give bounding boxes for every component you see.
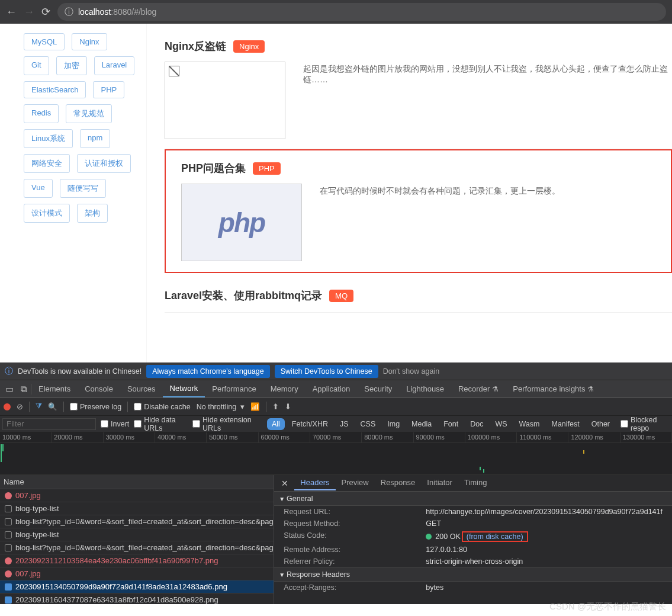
article[interactable]: Laravel安装、使用rabbitmq记录MQ — [165, 279, 672, 313]
hide-extension-urls-checkbox[interactable]: Hide extension URLs — [192, 416, 261, 432]
filter-type-all[interactable]: All — [267, 418, 285, 430]
tag-Redis[interactable]: Redis — [24, 104, 59, 123]
filter-type-css[interactable]: CSS — [356, 418, 381, 430]
timeline-tick: 10000 ms — [0, 432, 52, 442]
request-row[interactable]: 20230915134050799d9a90f72a9d141f8ade31a1… — [0, 580, 274, 593]
response-headers-section[interactable]: Response Headers — [274, 567, 672, 582]
timeline-tick: 80000 ms — [362, 432, 413, 442]
detail-tab-timing[interactable]: Timing — [458, 476, 493, 490]
referrer-policy-value: strict-origin-when-cross-origin — [426, 557, 663, 566]
record-button[interactable] — [4, 403, 11, 410]
article-tag[interactable]: PHP — [253, 162, 281, 175]
tag-PHP[interactable]: PHP — [93, 81, 124, 98]
request-row[interactable]: blog-type-list — [0, 502, 274, 515]
match-language-button[interactable]: Always match Chrome's language — [146, 365, 270, 378]
devtools-tab-sources[interactable]: Sources — [120, 380, 163, 397]
tag-常见规范[interactable]: 常见规范 — [66, 104, 112, 123]
tag-Nginx[interactable]: Nginx — [72, 33, 107, 50]
filter-type-other[interactable]: Other — [587, 418, 615, 430]
device-icon[interactable]: ⧉ — [17, 384, 31, 394]
inspect-icon[interactable]: ▭ — [2, 384, 17, 394]
filter-type-manifest[interactable]: Manifest — [547, 418, 584, 430]
tag-ElasticSearch[interactable]: ElasticSearch — [24, 81, 86, 98]
hide-data-urls-checkbox[interactable]: Hide data URLs — [134, 416, 188, 432]
filter-type-img[interactable]: Img — [382, 418, 404, 430]
import-icon[interactable]: ⬆ — [272, 402, 279, 411]
tag-网络安全[interactable]: 网络安全 — [24, 154, 70, 173]
devtools-tab-elements[interactable]: Elements — [31, 380, 78, 397]
tag-Laravel[interactable]: Laravel — [94, 56, 135, 75]
throttling-select[interactable]: No throttling ▾ — [197, 402, 245, 411]
devtools-tab-performance[interactable]: Performance — [205, 380, 263, 397]
request-row[interactable]: 007.jpg — [0, 489, 274, 502]
article[interactable]: Nginx反盗链Nginx起因是我想盗外链的图片放我的网站用，没想到别人不让我盗… — [165, 30, 672, 149]
preserve-log-checkbox[interactable]: Preserve log — [70, 403, 121, 411]
switch-chinese-button[interactable]: Switch DevTools to Chinese — [275, 365, 378, 378]
search-icon[interactable]: 🔍 — [48, 402, 57, 411]
accept-ranges-value: bytes — [426, 583, 663, 592]
remote-address-value: 127.0.0.1:80 — [426, 546, 663, 554]
request-row[interactable]: blog-list?type_id=0&word=&sort_filed=cre… — [0, 515, 274, 528]
filter-type-wasm[interactable]: Wasm — [515, 418, 545, 430]
close-detail-icon[interactable]: ✕ — [276, 479, 293, 488]
disable-cache-checkbox[interactable]: Disable cache — [134, 403, 191, 411]
status-icon — [5, 557, 12, 564]
tag-设计模式[interactable]: 设计模式 — [24, 204, 70, 223]
devtools-tab-security[interactable]: Security — [357, 380, 399, 397]
url-host: localhost — [78, 7, 111, 17]
filter-type-js[interactable]: JS — [335, 418, 353, 430]
column-header-name[interactable]: Name — [0, 475, 274, 489]
filter-type-media[interactable]: Media — [407, 418, 436, 430]
devtools-tab-recorder[interactable]: Recorder ⚗ — [451, 380, 506, 397]
filter-type-doc[interactable]: Doc — [465, 418, 488, 430]
detail-tab-preview[interactable]: Preview — [336, 476, 375, 490]
address-bar[interactable]: ⓘ localhost:8080/#/blog — [57, 3, 666, 21]
request-row[interactable]: blog-type-list — [0, 528, 274, 541]
clear-button[interactable]: ⊘ — [17, 402, 23, 411]
reload-icon[interactable]: ⟳ — [41, 5, 50, 18]
detail-tab-response[interactable]: Response — [375, 476, 422, 490]
filter-input[interactable] — [2, 418, 96, 430]
back-icon[interactable]: ← — [6, 6, 17, 18]
devtools-tab-network[interactable]: Network — [163, 380, 205, 397]
article-tag[interactable]: MQ — [329, 290, 353, 302]
dont-show-button[interactable]: Don't show again — [383, 367, 440, 376]
site-info-icon[interactable]: ⓘ — [65, 7, 73, 18]
tag-Linux系统[interactable]: Linux系统 — [24, 129, 73, 148]
filter-icon[interactable]: ⧩ — [36, 402, 42, 411]
devtools-tab-application[interactable]: Application — [306, 380, 358, 397]
export-icon[interactable]: ⬇ — [285, 402, 291, 411]
article-tag[interactable]: Nginx — [233, 40, 265, 53]
request-row[interactable]: 007.jpg — [0, 567, 274, 580]
article[interactable]: PHP问题合集PHPphp在写代码的时候时不时就会有各种问题，记录汇集，更上一层… — [165, 149, 672, 273]
devtools-tab-console[interactable]: Console — [78, 380, 120, 397]
filter-type-font[interactable]: Font — [439, 418, 463, 430]
tag-加密[interactable]: 加密 — [56, 56, 87, 75]
article-desc: 起因是我想盗外链的图片放我的网站用，没想到别人不让我盗，我怒从心头起，便查了查怎… — [303, 62, 672, 85]
filter-type-ws[interactable]: WS — [490, 418, 512, 430]
tag-Git[interactable]: Git — [24, 56, 49, 75]
network-timeline[interactable]: 10000 ms20000 ms30000 ms40000 ms50000 ms… — [0, 432, 672, 475]
devtools-tab-memory[interactable]: Memory — [263, 380, 306, 397]
request-row[interactable]: 202309181604377087e63431a8fbf12c041d8a50… — [0, 593, 274, 604]
invert-checkbox[interactable]: Invert — [101, 420, 129, 428]
devtools-tab-performance-insights[interactable]: Performance insights ⚗ — [506, 380, 601, 397]
timeline-tick: 90000 ms — [414, 432, 465, 442]
tag-随便写写[interactable]: 随便写写 — [60, 179, 106, 198]
request-row[interactable]: 20230923112103584ea43e230ac06bffbf41a690… — [0, 554, 274, 567]
forward-icon[interactable]: → — [24, 6, 34, 18]
detail-tab-headers[interactable]: Headers — [294, 476, 335, 490]
tag-npm[interactable]: npm — [80, 129, 110, 148]
detail-tab-initiator[interactable]: Initiator — [421, 476, 458, 490]
tag-MySQL[interactable]: MySQL — [24, 33, 65, 50]
blocked-response-checkbox[interactable]: Blocked respo — [620, 416, 670, 432]
filter-type-fetch/xhr[interactable]: Fetch/XHR — [287, 418, 333, 430]
devtools-tab-lighthouse[interactable]: Lighthouse — [399, 380, 451, 397]
tag-架构[interactable]: 架构 — [77, 204, 108, 223]
status-icon — [5, 570, 12, 578]
tag-Vue[interactable]: Vue — [24, 179, 53, 198]
tag-认证和授权[interactable]: 认证和授权 — [77, 154, 131, 173]
general-section[interactable]: General — [274, 492, 672, 506]
request-row[interactable]: blog-list?type_id=0&word=&sort_filed=cre… — [0, 541, 274, 554]
network-conditions-icon[interactable]: 📶 — [250, 402, 260, 411]
